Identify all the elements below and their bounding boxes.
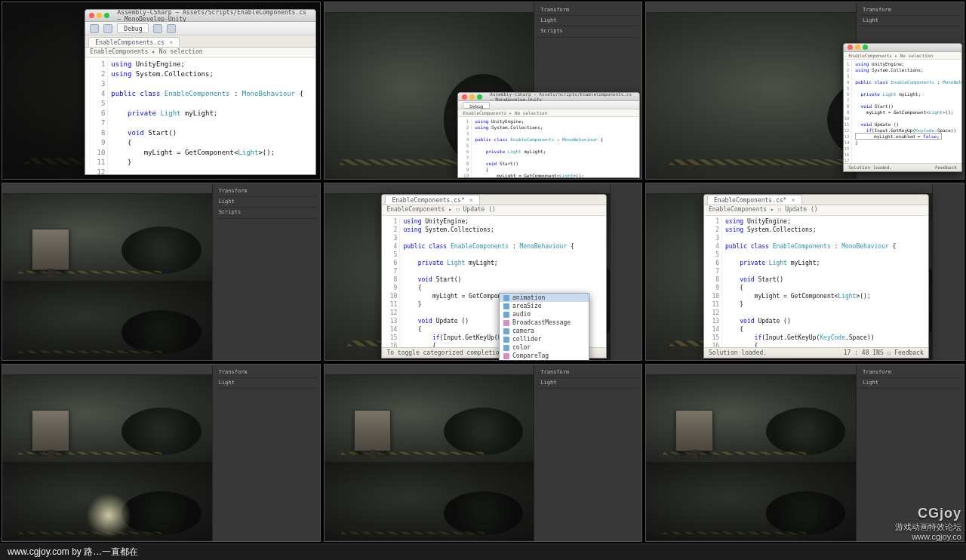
build-icon[interactable] [103,24,112,33]
cell-5: EnableComponents.cs* × EnableComponents … [324,183,643,361]
ac-item[interactable]: collider [500,335,589,343]
line-gutter: 123456789101112131415161718192021 [85,58,108,174]
thumbnail-grid: Assembly-CSharp – Assets/Scripts/EnableC… [0,0,966,543]
tab-close-icon[interactable]: × [469,196,473,204]
inspector-row[interactable]: Light [537,16,638,26]
close-icon[interactable] [89,13,94,18]
inspector-panel[interactable] [610,183,641,360]
code-editor[interactable]: 123456789101112131415161718192021 using … [85,58,315,174]
watermark-logo: CGjoy 游戏动画特效论坛 www.cgjoy.co [895,506,961,542]
window-title: Assembly-CSharp – Assets/Scripts/EnableC… [117,9,312,23]
inspector-panel[interactable]: Transform Light [212,365,320,541]
game-view[interactable] [2,462,212,541]
breadcrumb[interactable]: EnableComponents ▸ No selection [85,48,315,58]
ac-item[interactable]: BroadcastMessage [500,318,589,327]
tab-close-icon[interactable]: × [791,196,795,204]
file-tab[interactable]: EnableComponents.cs* × [385,195,480,205]
cell-4: Transform Light Scripts [2,183,321,361]
autocomplete-popup[interactable]: animation areaSize audio BroadcastMessag… [499,293,589,361]
cell-3: Transform Light EnableComponents ▸ No se… [645,2,964,180]
config-select[interactable]: Debug [117,23,149,33]
minimize-icon[interactable] [97,13,102,18]
monodevelop-window[interactable]: EnableComponents.cs* × EnableComponents … [703,194,929,358]
inspector-row[interactable]: Scripts [537,26,638,37]
game-view[interactable] [2,281,212,360]
toolbar[interactable]: Debug [85,22,315,35]
cell-2: Transform Light Scripts Assembly-CSharp … [324,2,643,180]
ac-item[interactable]: areaSize [500,302,589,310]
cell-7: Transform Light [2,364,321,542]
inspector-row[interactable]: Transform [537,5,638,16]
tab-label: EnableComponents.cs [95,39,165,46]
monodevelop-window-small[interactable]: Assembly-CSharp – Assets/Scripts/EnableC… [457,92,640,178]
game-view[interactable] [325,462,534,541]
ac-item[interactable]: constantForce [500,360,589,361]
traffic-lights[interactable] [89,13,109,18]
cell-1: Assembly-CSharp – Assets/Scripts/EnableC… [2,2,321,180]
ac-item[interactable]: color [500,343,589,352]
cell-8: Transform Light [324,364,643,542]
ac-item[interactable]: CompareTag [500,352,589,360]
inspector-panel[interactable]: Transform Light [534,365,641,541]
ac-item[interactable]: camera [500,327,589,335]
monodevelop-window-small[interactable]: EnableComponents ▸ No selection 12345678… [843,43,962,172]
watermark-bar: www.cgjoy.com by 路…一直都在 [0,543,966,560]
nav-back-icon[interactable] [153,24,162,33]
zoom-icon[interactable] [104,13,109,18]
cell-6: EnableComponents.cs* × EnableComponents … [645,183,964,361]
nav-fwd-icon[interactable] [167,24,176,33]
ac-item[interactable]: animation [500,294,589,302]
window-titlebar[interactable]: Assembly-CSharp – Assets/Scripts/EnableC… [85,10,315,22]
watermark-text: www.cgjoy.com by 路…一直都在 [8,546,138,558]
game-view[interactable] [646,462,856,541]
code-area[interactable]: using UnityEngine; using System.Collecti… [108,58,315,174]
monodevelop-window[interactable]: Assembly-CSharp – Assets/Scripts/EnableC… [85,9,316,175]
tab-close-icon[interactable]: × [169,38,173,46]
status-right: 17 : 48 INS ☐ Feedback [844,349,924,356]
run-icon[interactable] [90,24,99,33]
status-left: Solution loaded. [709,349,767,356]
tab-strip[interactable]: EnableComponents.cs × [85,35,315,48]
inspector-panel[interactable]: Transform Light Scripts [212,183,320,360]
scene-object[interactable] [32,410,69,451]
scene-object[interactable] [32,229,69,270]
file-tab[interactable]: EnableComponents.cs* × [707,195,802,205]
ac-item[interactable]: audio [500,310,589,318]
file-tab[interactable]: EnableComponents.cs × [88,37,180,47]
